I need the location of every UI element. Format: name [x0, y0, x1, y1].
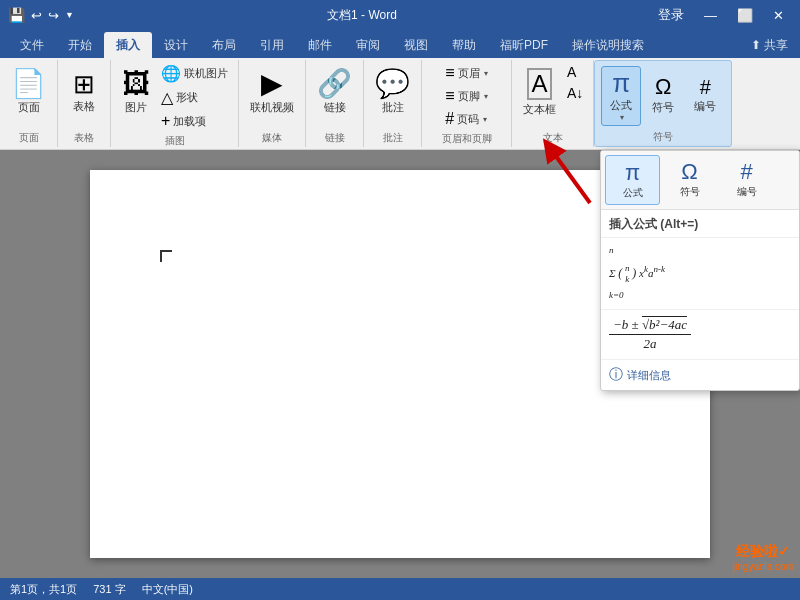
tab-design[interactable]: 设计: [152, 32, 200, 58]
ribbon-group-media: ▶ 联机视频 媒体: [239, 60, 306, 147]
addins-button[interactable]: + 加载项: [157, 110, 232, 132]
tab-references[interactable]: 引用: [248, 32, 296, 58]
ribbon-tabs: 文件 开始 插入 设计 布局 引用 邮件 审阅 视图 帮助 福昕PDF 操作说明…: [0, 30, 800, 58]
dropdown-formula-btn[interactable]: π 公式: [605, 155, 660, 205]
tab-search[interactable]: 操作说明搜索: [560, 32, 656, 58]
window-controls: 登录 — ⬜ ✕: [650, 4, 792, 26]
formula-icon: π: [612, 70, 630, 96]
language: 中文(中国): [142, 582, 193, 597]
link-icon: 🔗: [317, 70, 352, 98]
symbol-ribbon-button[interactable]: Ω 符号: [643, 66, 683, 126]
tab-pdf[interactable]: 福昕PDF: [488, 32, 560, 58]
shapes-icon: △: [161, 88, 173, 107]
page-number-button[interactable]: # 页码▾: [441, 108, 491, 130]
info-link-text: 详细信息: [627, 368, 671, 383]
formula-item-binomial[interactable]: n Σ ( nk ) xkan-k k=0: [601, 238, 799, 310]
tab-help[interactable]: 帮助: [440, 32, 488, 58]
dropdown-symbol-btn[interactable]: Ω 符号: [662, 155, 717, 205]
page-number-icon: #: [445, 110, 454, 128]
page-info: 第1页，共1页: [10, 582, 77, 597]
comment-button[interactable]: 💬 批注: [370, 62, 415, 122]
symbol-icon: Ω: [655, 76, 671, 98]
online-video-button[interactable]: ▶ 联机视频: [245, 62, 299, 122]
tab-review[interactable]: 审阅: [344, 32, 392, 58]
picture-button[interactable]: 🖼 图片: [117, 62, 155, 122]
ribbon-group-header-footer: ≡ 页眉▾ ≡ 页脚▾ # 页码▾ 页眉和页脚: [422, 60, 512, 147]
formula-ribbon-button[interactable]: π 公式▾: [601, 66, 641, 126]
shapes-button[interactable]: △ 形状: [157, 86, 232, 109]
login-button[interactable]: 登录: [650, 4, 692, 26]
cursor: [160, 250, 172, 262]
dropdown-header: π 公式 Ω 符号 # 编号: [601, 151, 799, 210]
dropdown-section-title: 插入公式 (Alt+=): [601, 210, 799, 238]
footer-button[interactable]: ≡ 页脚▾: [441, 85, 491, 107]
ribbon-group-comment: 💬 批注 批注: [364, 60, 422, 147]
ribbon-group-link: 🔗 链接 链接: [306, 60, 364, 147]
ribbon-group-page: 📄 页面 页面: [0, 60, 58, 147]
header-icon: ≡: [445, 64, 454, 82]
tab-file[interactable]: 文件: [8, 32, 56, 58]
quick-access-toolbar: 💾 ↩ ↩ ▼: [8, 7, 74, 23]
dropcap-button[interactable]: A↓: [563, 83, 587, 103]
window-title: 文档1 - Word: [74, 7, 650, 24]
dropdown-number-icon: #: [740, 159, 752, 185]
comment-icon: 💬: [375, 70, 410, 98]
text-extras-col: A A↓: [563, 62, 587, 103]
info-link[interactable]: ⓘ 详细信息: [601, 360, 799, 390]
info-icon: ⓘ: [609, 366, 623, 384]
online-picture-button[interactable]: 🌐 联机图片: [157, 62, 232, 85]
tab-home[interactable]: 开始: [56, 32, 104, 58]
header-button[interactable]: ≡ 页眉▾: [441, 62, 491, 84]
number-icon: #: [700, 77, 711, 97]
online-picture-icon: 🌐: [161, 64, 181, 83]
wordart-button[interactable]: A: [563, 62, 587, 82]
ribbon: 📄 页面 页面 ⊞ 表格 表格 🖼 图片 🌐 联机图片: [0, 58, 800, 150]
word-count: 731 字: [93, 582, 125, 597]
tab-view[interactable]: 视图: [392, 32, 440, 58]
customize-icon[interactable]: ▼: [65, 10, 74, 20]
dropcap-icon: A↓: [567, 85, 583, 101]
table-button[interactable]: ⊞ 表格: [64, 62, 104, 122]
dropdown-formula-icon: π: [625, 160, 640, 186]
footer-icon: ≡: [445, 87, 454, 105]
ribbon-group-table: ⊞ 表格 表格: [58, 60, 111, 147]
textbox-button[interactable]: A 文本框: [518, 62, 561, 122]
tab-share[interactable]: ⬆ 共享: [739, 32, 800, 58]
dropdown-number-btn[interactable]: # 编号: [719, 155, 774, 205]
title-bar: 💾 ↩ ↩ ▼ 文档1 - Word 登录 — ⬜ ✕: [0, 0, 800, 30]
header-footer-col: ≡ 页眉▾ ≡ 页脚▾ # 页码▾: [441, 62, 491, 130]
undo-icon[interactable]: ↩: [31, 8, 42, 23]
status-bar: 第1页，共1页 731 字 中文(中国): [0, 578, 800, 600]
close-button[interactable]: ✕: [765, 6, 792, 25]
textbox-icon: A: [527, 68, 551, 100]
dropdown-symbol-icon: Ω: [681, 159, 697, 185]
ribbon-group-illustration: 🖼 图片 🌐 联机图片 △ 形状 + 加载项 插图: [111, 60, 239, 147]
page-icon: 📄: [11, 70, 46, 98]
addins-icon: +: [161, 112, 170, 130]
formula-item-quadratic[interactable]: −b ± √b²−4ac 2a: [601, 310, 799, 360]
wordart-icon: A: [567, 64, 576, 80]
ribbon-group-text: A 文本框 A A↓ 文本: [512, 60, 594, 147]
minimize-button[interactable]: —: [696, 6, 725, 25]
link-button[interactable]: 🔗 链接: [312, 62, 357, 122]
video-icon: ▶: [261, 70, 283, 98]
table-icon: ⊞: [73, 71, 95, 97]
formula-dropdown: π 公式 Ω 符号 # 编号 插入公式 (Alt+=) n Σ ( nk ): [600, 150, 800, 391]
tab-mail[interactable]: 邮件: [296, 32, 344, 58]
tab-insert[interactable]: 插入: [104, 32, 152, 58]
ribbon-group-symbol: π 公式▾ Ω 符号 # 编号 符号: [594, 60, 732, 147]
number-ribbon-button[interactable]: # 编号: [685, 66, 725, 126]
maximize-button[interactable]: ⬜: [729, 6, 761, 25]
tab-layout[interactable]: 布局: [200, 32, 248, 58]
illustration-col: 🌐 联机图片 △ 形状 + 加载项: [157, 62, 232, 132]
picture-icon: 🖼: [122, 70, 150, 98]
save-icon[interactable]: 💾: [8, 7, 25, 23]
page-button[interactable]: 📄 页面: [6, 62, 51, 122]
redo-icon[interactable]: ↩: [48, 8, 59, 23]
